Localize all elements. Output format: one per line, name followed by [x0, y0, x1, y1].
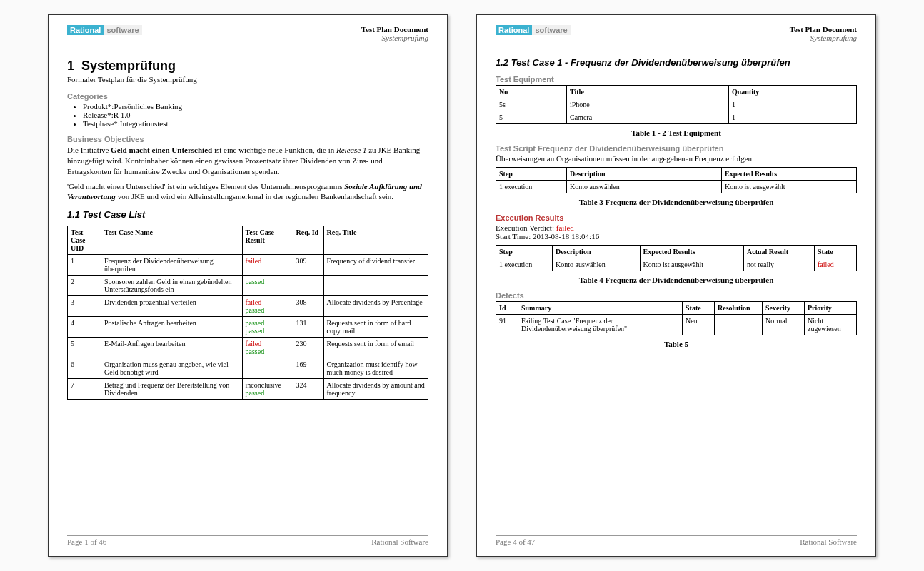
page-header: Rational software Test Plan Document Sys… — [496, 25, 857, 44]
document-page-2: Rational software Test Plan Document Sys… — [476, 14, 876, 557]
equipment-caption: Table 1 - 2 Test Equipment — [496, 128, 857, 137]
table-header-row: Id Summary State Resolution Severity Pri… — [496, 302, 857, 315]
page-header: Rational software Test Plan Document Sys… — [67, 25, 428, 44]
logo-text: software — [104, 25, 141, 35]
table-header-row: Test Case UID Test Case Name Test Case R… — [68, 226, 428, 255]
testcase-heading: 1.2 Test Case 1 - Frequenz der Dividende… — [496, 57, 857, 68]
logo: Rational software — [67, 25, 142, 35]
result-value: failed — [246, 257, 290, 265]
table-row: 7Betrag und Frequenz der Bereitstellung … — [68, 379, 428, 400]
logo-badge: Rational — [496, 25, 532, 35]
table-row: 5siPhone1 — [496, 98, 857, 111]
defects-caption: Table 5 — [496, 340, 857, 348]
section-number: 1 — [67, 59, 74, 73]
testcase-list-heading: 1.1 Test Case List — [67, 209, 428, 220]
table-row: 1 executionKonto auswählenKonto ist ausg… — [496, 258, 857, 271]
result-value: failed — [246, 340, 290, 348]
document-page-1: Rational software Test Plan Document Sys… — [48, 14, 448, 557]
section-title: Systemprüfung — [81, 59, 176, 73]
equipment-label: Test Equipment — [496, 75, 857, 84]
footer-company: Rational Software — [371, 537, 428, 546]
table-row: 91Failing Test Case "Frequenz der Divide… — [496, 315, 857, 335]
footer-page-number: Page 4 of 47 — [496, 537, 535, 546]
result-value: failed — [246, 298, 290, 306]
footer-page-number: Page 1 of 46 — [67, 537, 106, 546]
result-value: passed — [246, 319, 290, 327]
table-row: 2Sponsoren zahlen Geld in einen gebündel… — [68, 276, 428, 296]
exec-results-label: Execution Results — [496, 213, 857, 222]
testscript-caption: Table 3 Frequenz der Dividendenüberweisu… — [496, 198, 857, 206]
table-row: 4Postalische Anfragen bearbeitenpassedpa… — [68, 317, 428, 338]
categories-list: Produkt*:Persönliches Banking Release*:R… — [83, 102, 428, 128]
exec-verdict-line: Execution Verdict: failed — [496, 223, 857, 232]
result-value: passed — [246, 327, 290, 335]
table-header-row: Step Description Expected Results — [496, 168, 857, 181]
category-item: Testphase*:Integrationstest — [83, 119, 428, 128]
equipment-table: No Title Quantity 5siPhone15Camera1 — [496, 85, 857, 124]
category-item: Produkt*:Persönliches Banking — [83, 102, 428, 111]
business-para-1: Die Initiative Geld macht einen Untersch… — [67, 145, 428, 177]
result-value: passed — [246, 348, 290, 355]
table-row: 3Dividenden prozentual verteilenfailedpa… — [68, 296, 428, 317]
testscript-desc: Überweisungen an Organisationen müssen i… — [496, 154, 857, 163]
exec-results-table: Step Description Expected Results Actual… — [496, 245, 857, 271]
logo: Rational software — [496, 25, 571, 35]
page-footer: Page 4 of 47 Rational Software — [496, 535, 857, 546]
footer-company: Rational Software — [800, 537, 857, 546]
testcase-table: Test Case UID Test Case Name Test Case R… — [67, 226, 428, 400]
testscript-label: Test Script Frequenz der Dividendenüberw… — [496, 144, 857, 153]
exec-results-caption: Table 4 Frequenz der Dividendenüberweisu… — [496, 276, 857, 284]
page-content: 1.2 Test Case 1 - Frequenz der Dividende… — [496, 54, 857, 535]
business-para-2: 'Geld macht einen Unterschied' ist ein w… — [67, 181, 428, 203]
table-row: 5E-Mail-Anfragen bearbeitenfailedpassed2… — [68, 338, 428, 358]
header-right: Test Plan Document Systemprüfung — [361, 25, 428, 42]
doc-subtitle: Systemprüfung — [361, 34, 428, 42]
defects-label: Defects — [496, 291, 857, 300]
state-value: failed — [815, 258, 857, 271]
exec-verdict: failed — [556, 223, 574, 232]
business-objectives-label: Business Objectives — [67, 135, 428, 143]
defects-table: Id Summary State Resolution Severity Pri… — [496, 301, 857, 335]
header-right: Test Plan Document Systemprüfung — [790, 25, 857, 42]
result-value: inconclusive — [246, 381, 290, 389]
table-row: 5Camera1 — [496, 111, 857, 124]
result-value: passed — [246, 306, 290, 314]
exec-start-time: Start Time: 2013-08-18 18:04:16 — [496, 232, 857, 241]
doc-title: Test Plan Document — [790, 25, 857, 34]
table-header-row: Step Description Expected Results Actual… — [496, 246, 857, 258]
section-heading: 1 Systemprüfung — [67, 59, 428, 74]
doc-title: Test Plan Document — [361, 25, 428, 34]
doc-subtitle: Systemprüfung — [790, 34, 857, 42]
page-content: 1 Systemprüfung Formaler Testplan für di… — [67, 54, 428, 535]
logo-badge: Rational — [67, 25, 104, 35]
categories-label: Categories — [67, 92, 428, 101]
result-value: passed — [246, 278, 290, 286]
logo-text: software — [532, 25, 570, 35]
testscript-table: Step Description Expected Results 1 exec… — [496, 167, 857, 193]
result-value: passed — [246, 389, 290, 397]
page-footer: Page 1 of 46 Rational Software — [67, 535, 428, 546]
section-subtitle: Formaler Testplan für die Systemprüfung — [67, 75, 428, 84]
table-header-row: No Title Quantity — [496, 86, 857, 98]
table-row: 6Organisation muss genau angeben, wie vi… — [68, 358, 428, 379]
category-item: Release*:R 1.0 — [83, 111, 428, 119]
table-row: 1 executionKonto auswählenKonto ist ausg… — [496, 181, 857, 193]
table-row: 1Frequenz der Dividendenüberweisung über… — [68, 255, 428, 276]
